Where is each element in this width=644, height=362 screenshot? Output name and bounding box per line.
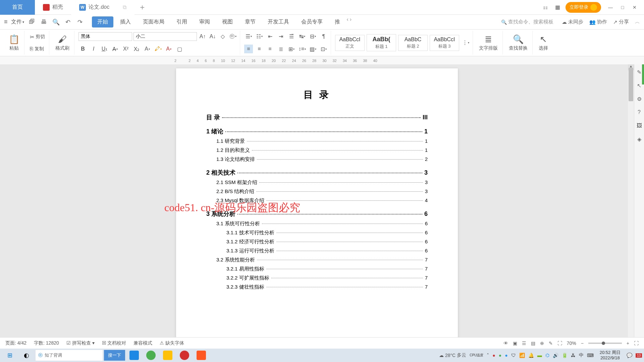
strikethrough-button[interactable]: A̶ xyxy=(111,45,119,53)
horizontal-ruler[interactable]: 2246810121416182022242628303234363840 xyxy=(0,56,644,65)
ribbon-tab-member[interactable]: 会员专享 xyxy=(296,16,328,27)
numbering-button[interactable]: ☷ xyxy=(255,32,264,41)
tab-daoke[interactable]: 稻壳 xyxy=(35,0,71,15)
font-name-select[interactable] xyxy=(78,32,132,41)
tab-detach-icon[interactable]: ⧉ xyxy=(123,4,126,10)
tray-shield-icon[interactable]: 🛡 xyxy=(511,353,516,358)
pencil-icon[interactable]: ✎ xyxy=(549,341,553,346)
tray-icon-1[interactable]: ● xyxy=(492,353,495,358)
action-center-icon[interactable]: 💬 xyxy=(627,353,632,358)
tray-nvidia-icon[interactable]: ▬ xyxy=(537,353,542,358)
ribbon-next-icon[interactable]: › xyxy=(350,16,352,27)
document-area[interactable]: code51.cncode51.cncode51.cncode51.cncode… xyxy=(0,64,634,349)
fullscreen-icon[interactable]: ⛶ xyxy=(634,341,639,346)
view-web-icon[interactable]: ▤ xyxy=(531,341,535,346)
borders-button[interactable]: ⊡ xyxy=(319,45,328,53)
increase-font-icon[interactable]: A↑ xyxy=(198,32,207,41)
qat-undo-icon[interactable]: ↶ xyxy=(64,18,72,26)
start-button[interactable]: ⊞ xyxy=(2,349,17,361)
line-spacing-button[interactable]: ↕≡ xyxy=(298,45,307,53)
notification-badge[interactable]: 13 xyxy=(636,353,642,358)
tabs-button[interactable]: ↹ xyxy=(298,32,307,41)
style-heading3[interactable]: AaBbCcI标题 3 xyxy=(430,35,459,51)
align-left-button[interactable]: ≡ xyxy=(244,45,253,53)
apps-grid-icon[interactable]: ▦ xyxy=(553,3,561,11)
hamburger-icon[interactable]: ≡ xyxy=(4,18,8,25)
tray-icon-2[interactable]: ● xyxy=(499,353,501,358)
app-explorer[interactable] xyxy=(160,349,175,361)
ribbon-prev-icon[interactable]: ‹ xyxy=(347,16,348,27)
new-tab-button[interactable]: + xyxy=(135,3,150,12)
cpu-temp[interactable]: CPU温度 xyxy=(470,353,483,358)
italic-button[interactable]: I xyxy=(89,45,98,53)
ribbon-tab-view[interactable]: 视图 xyxy=(217,16,238,27)
file-menu[interactable]: 文件 xyxy=(11,18,24,25)
tray-expand-icon[interactable]: ˄ xyxy=(487,353,489,358)
tray-volume-icon[interactable]: 🔊 xyxy=(553,353,558,358)
highlight-button[interactable]: 🖍 xyxy=(154,45,162,53)
close-button[interactable]: ✕ xyxy=(629,2,640,13)
zoom-out-button[interactable]: − xyxy=(581,341,584,346)
char-border-button[interactable]: ▢ xyxy=(175,45,184,53)
app-ie[interactable] xyxy=(126,349,142,361)
tray-icon-3[interactable]: ● xyxy=(505,353,507,358)
sync-status[interactable]: ☁ 未同步 xyxy=(562,19,583,25)
cut-button[interactable]: ✂剪切 xyxy=(29,33,46,41)
tray-bell-icon[interactable]: 🔔 xyxy=(528,353,534,358)
tab-home[interactable]: 首页 xyxy=(0,0,35,15)
shading-button[interactable]: ▨ xyxy=(309,45,317,53)
minimize-button[interactable]: — xyxy=(605,2,616,13)
ribbon-tab-start[interactable]: 开始 xyxy=(92,16,113,27)
font-size-select[interactable] xyxy=(133,32,197,41)
scroll-thumb[interactable] xyxy=(629,68,633,101)
ribbon-tab-more[interactable]: 推 xyxy=(329,16,345,27)
app-browser[interactable] xyxy=(143,349,159,361)
menu-collapse-icon[interactable]: ︿ xyxy=(635,19,640,25)
superscript-button[interactable]: X² xyxy=(121,45,130,53)
tab-document[interactable]: W论文.doc⧉ xyxy=(71,0,135,15)
app-wps[interactable] xyxy=(194,349,209,361)
decrease-font-icon[interactable]: A↓ xyxy=(208,32,217,41)
select-button[interactable]: ↖选择 xyxy=(537,34,550,52)
view-outline-icon[interactable]: ☰ xyxy=(522,341,526,346)
missing-font[interactable]: ⚠ 缺失字体 xyxy=(160,340,184,346)
maximize-button[interactable]: □ xyxy=(617,2,628,13)
ribbon-tab-review[interactable]: 审阅 xyxy=(194,16,215,27)
weather-widget[interactable]: ☁ 28°C 多云 xyxy=(439,352,466,358)
share-button[interactable]: ↗ 分享 xyxy=(613,19,629,25)
page-indicator[interactable]: 页面: 4/42 xyxy=(5,340,26,346)
qat-print-icon[interactable]: 🖶 xyxy=(40,18,48,26)
tray-bluetooth-icon[interactable]: ⌬ xyxy=(545,353,549,358)
tray-keyboard-icon[interactable]: ⌨ xyxy=(587,353,594,358)
word-count[interactable]: 字数: 12820 xyxy=(34,340,59,346)
distribute-button[interactable]: ⊞ xyxy=(287,45,296,53)
find-replace-button[interactable]: 🔍查找替换 xyxy=(507,34,530,52)
paste-button[interactable]: 📋粘贴 xyxy=(7,34,21,52)
search-go-button[interactable]: 搜一下 xyxy=(104,350,125,361)
tray-battery-icon[interactable]: 🔋 xyxy=(562,353,568,358)
zoom-in-button[interactable]: + xyxy=(627,341,629,346)
taskbar-clock[interactable]: 20:52 周日2022/9/18 xyxy=(597,350,623,360)
ribbon-tab-devtools[interactable]: 开发工具 xyxy=(262,16,294,27)
search-command-input[interactable]: 查找命令、搜索模板 xyxy=(499,18,556,26)
copy-button[interactable]: ⎘复制 xyxy=(29,45,45,53)
vertical-scrollbar[interactable]: ▲ ▼ xyxy=(628,64,634,349)
zoom-fit-icon[interactable]: ⛶ xyxy=(557,341,562,346)
style-body[interactable]: AaBbCcI正文 xyxy=(335,35,365,51)
tray-wifi-icon[interactable]: 📶 xyxy=(519,353,525,358)
tray-ime[interactable]: 中 xyxy=(579,352,584,358)
text-layout-button[interactable]: ≣文字排版 xyxy=(477,34,500,52)
decrease-indent-button[interactable]: ⇤ xyxy=(266,32,274,41)
taskbar-search[interactable]: ⓔ知了背调 xyxy=(36,350,103,361)
task-view-button[interactable]: ◐ xyxy=(19,349,34,361)
ribbon-tab-layout[interactable]: 页面布局 xyxy=(138,16,170,27)
view-read-icon[interactable]: ⊕ xyxy=(540,341,544,346)
subscript-button[interactable]: X₂ xyxy=(132,45,141,53)
zoom-slider[interactable] xyxy=(588,343,622,344)
align-right-button[interactable]: ≡ xyxy=(266,45,274,53)
spellcheck-toggle[interactable]: ☑ 拼写检查 ▾ xyxy=(66,340,95,346)
outline-button[interactable]: ⊟ xyxy=(309,32,317,41)
zoom-level[interactable]: 70% xyxy=(567,341,576,346)
phonetic-icon[interactable]: ㊥ xyxy=(228,32,237,41)
style-heading1[interactable]: AaBb(标题 1 xyxy=(367,34,396,51)
